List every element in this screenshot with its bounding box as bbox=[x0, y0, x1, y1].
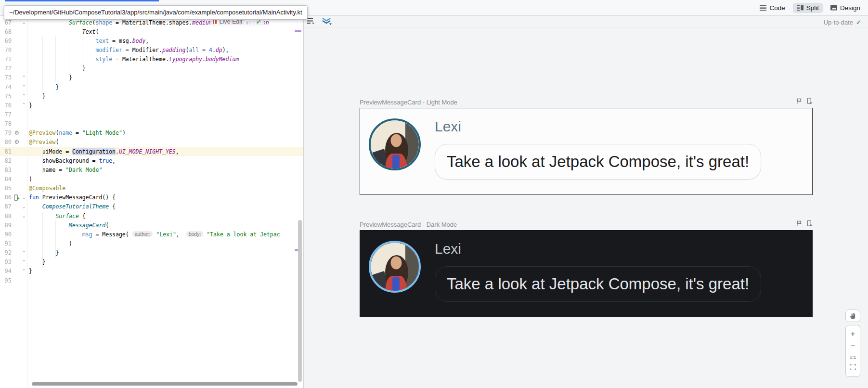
code-line-85[interactable]: 85@Composable bbox=[0, 184, 303, 193]
indent-guide bbox=[69, 230, 69, 248]
line-number: 83 bbox=[0, 167, 12, 173]
run-preview-gutter-icon[interactable] bbox=[13, 194, 21, 201]
line-number: 90 bbox=[0, 231, 12, 238]
code-line-94[interactable]: 94⌃} bbox=[0, 267, 303, 276]
code-text: modifier = Modifier.padding(all = 4.dp), bbox=[27, 47, 229, 53]
preview-layers-button[interactable] bbox=[322, 16, 332, 27]
code-text: ) bbox=[27, 176, 32, 182]
line-number: 93 bbox=[0, 259, 12, 265]
hand-icon bbox=[849, 312, 856, 320]
preview-sync-status[interactable]: Up-to-date ✓ bbox=[824, 19, 861, 26]
code-line-90[interactable]: 90 msg = Message( author: "Lexi", body: … bbox=[0, 230, 303, 239]
line-number: 79 bbox=[0, 129, 12, 136]
indent-guide bbox=[42, 36, 43, 91]
preview-settings-gutter-icon[interactable]: ⚙ bbox=[13, 139, 21, 145]
code-line-73[interactable]: 73⌃ } bbox=[0, 73, 303, 82]
code-line-74[interactable]: 74⌃ } bbox=[0, 82, 303, 91]
code-line-91[interactable]: 91 ) bbox=[0, 239, 303, 248]
code-line-84[interactable]: 84) bbox=[0, 174, 303, 183]
code-editor[interactable]: 67⌄ Surface(shape = MaterialTheme.shapes… bbox=[0, 16, 303, 388]
code-line-87[interactable]: 87⌄ ComposeTutorialTheme { bbox=[0, 202, 303, 211]
code-line-93[interactable]: 93⌃ } bbox=[0, 258, 303, 267]
line-number: 68 bbox=[0, 28, 12, 35]
line-number: 76 bbox=[0, 102, 12, 109]
preview-dark-header: PreviewMessageCard - Dark Mode bbox=[360, 220, 813, 229]
ui-check-icon[interactable] bbox=[796, 98, 802, 106]
code-line-89[interactable]: 89 MessageCard( bbox=[0, 220, 303, 230]
code-line-88[interactable]: 88⌄ Surface { bbox=[0, 211, 303, 220]
code-line-79[interactable]: 79⚙@Preview(name = "Light Mode") bbox=[0, 129, 303, 138]
fold-marker-icon[interactable]: ⌄ bbox=[21, 213, 27, 219]
code-line-75[interactable]: 75⌃ } bbox=[0, 91, 303, 101]
line-number: 73 bbox=[0, 74, 12, 81]
preview-card-dark: Lexi Take a look at Jetpack Compose, it'… bbox=[360, 230, 813, 317]
fold-marker-icon[interactable]: ⌃ bbox=[21, 268, 27, 274]
editor-horizontal-scrollbar[interactable] bbox=[32, 382, 298, 386]
fold-marker-icon[interactable]: ⌃ bbox=[21, 84, 27, 90]
indent-guide bbox=[55, 220, 56, 258]
code-line-76[interactable]: 76⌃} bbox=[0, 101, 303, 110]
avatar bbox=[369, 241, 421, 293]
code-text: @Preview( bbox=[27, 139, 59, 145]
preview-light-actions bbox=[796, 98, 813, 106]
line-number: 75 bbox=[0, 93, 12, 100]
mode-design-button[interactable]: Design bbox=[827, 3, 864, 13]
pan-tool-button[interactable] bbox=[845, 310, 860, 322]
fold-marker-icon[interactable]: ⌄ bbox=[21, 194, 27, 201]
code-line-95[interactable]: 95 bbox=[0, 276, 303, 285]
zoom-out-button[interactable]: − bbox=[851, 342, 855, 350]
code-text: msg = Message( author: "Lexi", body: "Ta… bbox=[27, 231, 280, 238]
split-divider[interactable] bbox=[303, 16, 304, 388]
fold-marker-icon[interactable]: ⌄ bbox=[21, 204, 27, 210]
mode-split-button[interactable]: Split bbox=[793, 3, 823, 13]
code-line-71[interactable]: 71 style = MaterialTheme.typography.body… bbox=[0, 55, 303, 64]
code-line-83[interactable]: 83 name = "Dark Mode" bbox=[0, 165, 303, 174]
mode-code-label: Code bbox=[769, 4, 785, 12]
code-line-77[interactable]: 77 bbox=[0, 110, 303, 119]
code-line-92[interactable]: 92⌃ } bbox=[0, 248, 303, 258]
line-number: 71 bbox=[0, 56, 12, 63]
android-studio-window: Code Split Design 67⌄ Surface(shape = Ma… bbox=[0, 0, 868, 388]
fold-marker-icon[interactable]: ⌃ bbox=[21, 102, 27, 108]
code-line-80[interactable]: 80⚙@Preview( bbox=[0, 138, 303, 147]
code-text: } bbox=[27, 74, 72, 81]
code-text: uiMode = Configuration.UI_MODE_NIGHT_YES… bbox=[27, 148, 179, 155]
message-bubble: Take a look at Jetpack Compose, it's gre… bbox=[435, 144, 761, 180]
code-line-78[interactable]: 78 bbox=[0, 119, 303, 129]
code-text: } bbox=[27, 102, 32, 109]
message-bubble: Take a look at Jetpack Compose, it's gre… bbox=[435, 266, 761, 302]
zoom-actual-size-button[interactable]: 1:1 bbox=[850, 354, 856, 360]
code-text: Text( bbox=[27, 28, 99, 35]
line-number: 84 bbox=[0, 176, 12, 182]
code-line-82[interactable]: 82 showBackground = true, bbox=[0, 156, 303, 165]
editor-mode-switcher: Code Split Design bbox=[756, 1, 864, 14]
fold-marker-icon[interactable]: ⌃ bbox=[21, 93, 27, 99]
fold-marker-icon[interactable]: ⌃ bbox=[21, 250, 27, 256]
fold-marker-icon[interactable]: ⌃ bbox=[21, 259, 27, 265]
code-line-68[interactable]: 68 Text( bbox=[0, 27, 303, 36]
selection-mark bbox=[295, 30, 301, 32]
fold-marker-icon[interactable]: ⌄ bbox=[21, 19, 27, 26]
line-number: 77 bbox=[0, 111, 12, 118]
code-text: } bbox=[27, 93, 46, 100]
run-on-device-icon[interactable] bbox=[806, 98, 813, 106]
zoom-in-button[interactable]: + bbox=[851, 330, 855, 338]
code-line-81[interactable]: 81 uiMode = Configuration.UI_MODE_NIGHT_… bbox=[0, 147, 303, 156]
preview-view-options-button[interactable] bbox=[307, 17, 315, 26]
code-line-86[interactable]: 86⌄fun PreviewMessageCard() { bbox=[0, 193, 303, 202]
mode-code-button[interactable]: Code bbox=[756, 3, 789, 13]
code-line-69[interactable]: 69 text = msg.body, bbox=[0, 36, 303, 45]
ui-check-icon[interactable] bbox=[796, 220, 802, 229]
editor-vertical-scrollbar[interactable] bbox=[298, 220, 302, 382]
indent-guide bbox=[69, 36, 69, 73]
zoom-to-fit-button[interactable] bbox=[850, 363, 856, 372]
fold-marker-icon[interactable]: ⌃ bbox=[21, 75, 27, 81]
message-column: Lexi Take a look at Jetpack Compose, it'… bbox=[435, 240, 801, 302]
code-text: } bbox=[27, 249, 59, 256]
preview-settings-gutter-icon[interactable]: ⚙ bbox=[13, 129, 21, 136]
code-line-72[interactable]: 72 ) bbox=[0, 64, 303, 73]
run-on-device-icon[interactable] bbox=[806, 220, 813, 229]
line-number: 78 bbox=[0, 120, 12, 127]
line-number: 81 bbox=[0, 148, 12, 155]
code-line-70[interactable]: 70 modifier = Modifier.padding(all = 4.d… bbox=[0, 45, 303, 54]
